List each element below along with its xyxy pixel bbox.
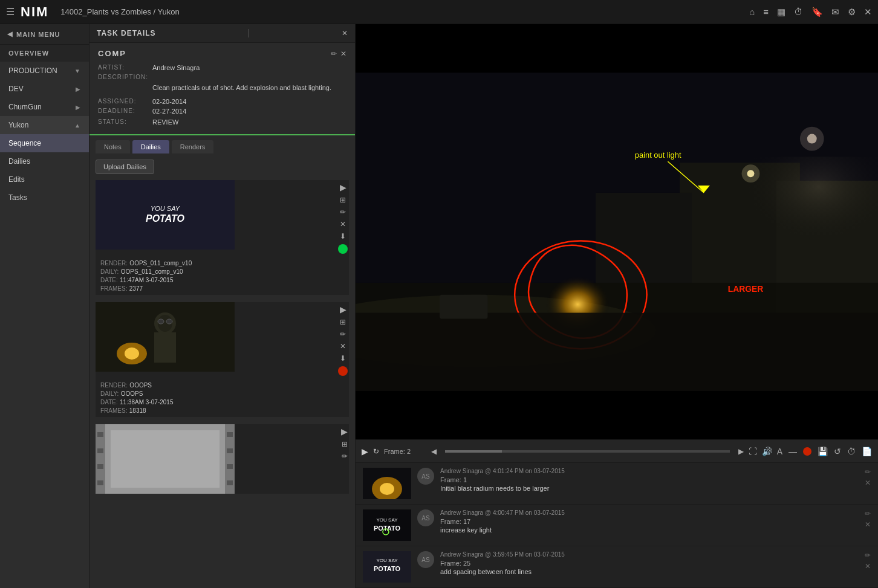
comment-body: Andrew Sinagra @ 4:01:24 PM on 03-07-201… bbox=[440, 468, 859, 492]
time-icon[interactable]: ⏱ bbox=[794, 7, 803, 17]
comment-body: Andrew Sinagra @ 3:59:45 PM on 03-07-201… bbox=[440, 551, 859, 575]
comment-item: YOU SAY POTATO AS Andrew Sinagra @ 4:00:… bbox=[356, 505, 878, 546]
save-frame-icon[interactable]: 💾 bbox=[818, 447, 828, 456]
tab-dailies[interactable]: Dailies bbox=[132, 140, 169, 153]
frame-display: Frame: 2 bbox=[384, 448, 426, 455]
edit-daily-icon[interactable]: ✏ bbox=[342, 452, 348, 460]
next-frame-icon[interactable]: ▶ bbox=[738, 447, 744, 456]
daily-thumbnail[interactable] bbox=[96, 424, 235, 494]
edit-comment-icon[interactable]: ✏ bbox=[865, 551, 871, 560]
play-icon[interactable]: ▶ bbox=[341, 427, 348, 436]
fullscreen-icon[interactable]: ⛶ bbox=[749, 447, 757, 456]
comment-thumbnail: YOU SAY POTATO bbox=[363, 551, 411, 583]
refresh-icon[interactable]: ↺ bbox=[834, 447, 841, 456]
tab-notes[interactable]: Notes bbox=[96, 140, 130, 153]
tab-renders[interactable]: Renders bbox=[172, 140, 214, 153]
line-tool-icon[interactable]: — bbox=[789, 447, 797, 456]
delete-daily-icon[interactable]: ✕ bbox=[340, 342, 346, 351]
resize-icon[interactable]: ⊞ bbox=[340, 318, 346, 326]
comment-actions: ✏ ✕ bbox=[865, 551, 871, 570]
comment-actions: ✏ ✕ bbox=[865, 468, 871, 487]
middle-header: TASK DETAILS ✕ bbox=[89, 24, 355, 43]
download-daily-icon[interactable]: ⬇ bbox=[340, 354, 346, 363]
playback-extra-icons: A — 💾 ↺ ⏱ 📄 bbox=[777, 447, 872, 456]
timeline-scrubber[interactable] bbox=[445, 450, 730, 453]
loop-button[interactable]: ↻ bbox=[373, 447, 379, 456]
svg-rect-25 bbox=[356, 313, 878, 391]
timer-icon[interactable]: ⏱ bbox=[847, 447, 856, 456]
panel-title: TASK DETAILS bbox=[97, 29, 156, 37]
upload-dailies-button[interactable]: Upload Dailies bbox=[96, 160, 154, 174]
mail-icon[interactable]: ✉ bbox=[831, 7, 839, 18]
chevron-up-icon: ▲ bbox=[74, 122, 80, 129]
close-panel-icon[interactable]: ✕ bbox=[342, 29, 348, 37]
edit-daily-icon[interactable]: ✏ bbox=[340, 208, 346, 216]
list-icon[interactable]: ≡ bbox=[763, 7, 769, 17]
play-icon[interactable]: ▶ bbox=[340, 183, 346, 192]
grid-icon[interactable]: ▦ bbox=[777, 7, 785, 18]
status-value: REVIEW bbox=[152, 118, 178, 126]
text-annotation-icon[interactable]: A bbox=[777, 447, 782, 456]
main-menu-label: MAIN MENU bbox=[16, 31, 60, 38]
resize-icon[interactable]: ⊞ bbox=[340, 196, 346, 204]
daily-item: YOU SAY POTATO ▶ ⊞ ✏ ✕ ⬇ R bbox=[96, 180, 349, 295]
delete-comment-icon[interactable]: ✕ bbox=[865, 520, 871, 529]
home-icon[interactable]: ⌂ bbox=[749, 7, 755, 17]
svg-point-4 bbox=[158, 319, 164, 324]
sidebar-item-production[interactable]: PRODUCTION ▼ bbox=[0, 62, 89, 80]
sidebar-item-overview[interactable]: OVERVIEW bbox=[0, 45, 89, 62]
edit-comment-icon[interactable]: ✏ bbox=[865, 468, 871, 476]
assigned-field: ASSIGNED: 02-20-2014 bbox=[98, 98, 346, 105]
assigned-label: ASSIGNED: bbox=[98, 98, 152, 105]
delete-comment-icon[interactable]: ✕ bbox=[865, 479, 871, 487]
delete-daily-icon[interactable]: ✕ bbox=[340, 220, 346, 228]
frames-field: FRAMES: 18318 bbox=[100, 406, 344, 415]
close-task-icon[interactable]: ✕ bbox=[340, 50, 346, 58]
menu-icon[interactable]: ☰ bbox=[6, 6, 15, 18]
sidebar-item-tasks[interactable]: Tasks bbox=[0, 189, 89, 207]
status-label: STATUS: bbox=[98, 118, 152, 126]
settings-icon[interactable]: ⚙ bbox=[848, 7, 856, 18]
prev-frame-icon[interactable]: ◀ bbox=[431, 447, 437, 456]
daily-thumbnail[interactable] bbox=[96, 302, 235, 372]
sidebar-item-dailies[interactable]: Dailies bbox=[0, 152, 89, 170]
comment-item: YOU SAY POTATO AS Andrew Sinagra @ 3:59:… bbox=[356, 546, 878, 588]
play-button[interactable]: ▶ bbox=[362, 447, 368, 456]
comment-thumbnail bbox=[363, 468, 411, 499]
edit-task-icon[interactable]: ✏ bbox=[331, 50, 337, 58]
sidebar-item-yukon[interactable]: Yukon ▲ bbox=[0, 116, 89, 134]
sidebar-item-sequence[interactable]: Sequence bbox=[0, 134, 89, 152]
bookmark-icon[interactable]: 🔖 bbox=[811, 7, 823, 18]
description-text: Clean practicals out of shot. Add explos… bbox=[152, 83, 346, 93]
edit-comment-icon[interactable]: ✏ bbox=[865, 509, 871, 518]
resize-icon[interactable]: ⊞ bbox=[342, 440, 348, 448]
export-icon[interactable]: 📄 bbox=[862, 447, 872, 456]
svg-rect-2 bbox=[154, 332, 176, 363]
close-icon[interactable]: ✕ bbox=[864, 7, 872, 18]
sidebar-item-dev[interactable]: DEV ▶ bbox=[0, 80, 89, 98]
deadline-value: 02-27-2014 bbox=[152, 108, 186, 115]
frames-field: FRAMES: 2377 bbox=[100, 284, 344, 292]
record-button[interactable] bbox=[803, 447, 811, 456]
volume-icon[interactable]: 🔊 bbox=[762, 447, 772, 456]
back-to-main-menu[interactable]: ◀ MAIN MENU bbox=[0, 24, 89, 45]
daily-field: DAILY: OOOPS bbox=[100, 389, 344, 398]
daily-row: ▶ ⊞ ✏ bbox=[96, 424, 349, 494]
svg-text:YOU SAY: YOU SAY bbox=[377, 558, 398, 563]
topbar: ☰ NIM 14002_Plants vs Zombies / Yukon ⌂ … bbox=[0, 0, 878, 24]
daily-thumbnail[interactable]: YOU SAY POTATO bbox=[96, 180, 235, 250]
download-daily-icon[interactable]: ⬇ bbox=[340, 232, 346, 241]
svg-point-7 bbox=[125, 347, 139, 360]
play-icon[interactable]: ▶ bbox=[340, 305, 346, 314]
sidebar-item-edits[interactable]: Edits bbox=[0, 170, 89, 189]
daily-metadata: RENDER: OOOPS DAILY: OOOPS DATE: 11:38AM… bbox=[96, 378, 349, 417]
avatar: AS bbox=[417, 551, 434, 568]
sidebar-item-chumgun[interactable]: ChumGun ▶ bbox=[0, 98, 89, 116]
page-title: 14002_Plants vs Zombies / Yukon bbox=[60, 7, 743, 16]
sidebar: ◀ MAIN MENU OVERVIEW PRODUCTION ▼ DEV ▶ … bbox=[0, 24, 89, 588]
delete-comment-icon[interactable]: ✕ bbox=[865, 562, 871, 570]
render-field: RENDER: OOOPS bbox=[100, 381, 344, 389]
status-field: STATUS: REVIEW bbox=[98, 118, 346, 126]
edit-daily-icon[interactable]: ✏ bbox=[340, 330, 346, 338]
chevron-down-icon: ▶ bbox=[76, 86, 80, 92]
